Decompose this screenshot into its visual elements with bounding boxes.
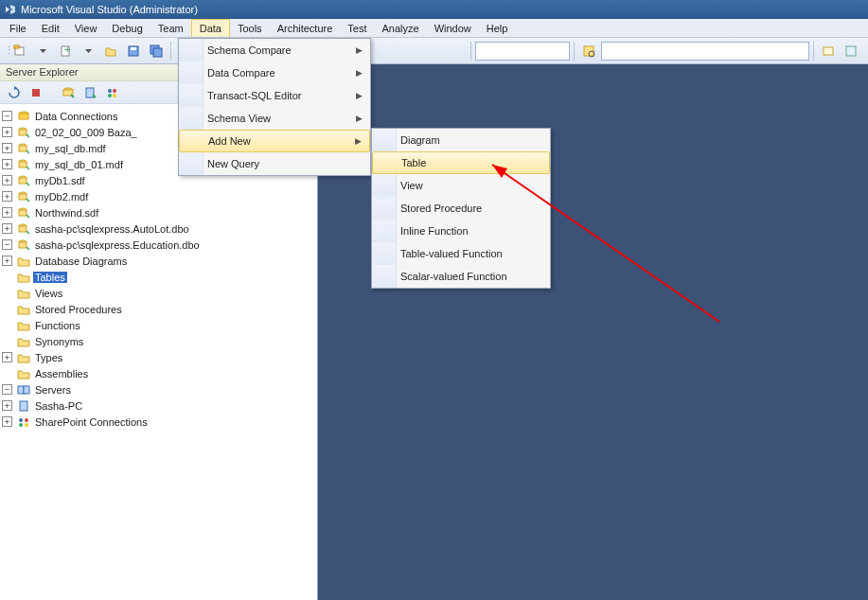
- misc-button-2[interactable]: [841, 41, 861, 62]
- server-explorer-tree[interactable]: −Data Connections +02_02_00_009 Baza_ +m…: [0, 104, 317, 600]
- tree-node-sharepoint[interactable]: +SharePoint Connections: [2, 414, 315, 430]
- submenu-table[interactable]: Table: [372, 151, 550, 174]
- refresh-button[interactable]: [4, 82, 25, 103]
- menu-file[interactable]: File: [2, 19, 34, 37]
- toolbar-dropdown-icon[interactable]: [78, 41, 98, 62]
- menu-data-compare[interactable]: Data Compare▶: [179, 62, 370, 84]
- servers-icon: [16, 383, 31, 397]
- svg-point-47: [19, 423, 23, 427]
- open-file-button[interactable]: [100, 41, 121, 62]
- stop-button[interactable]: [26, 82, 46, 103]
- db-icon: [16, 174, 31, 187]
- server-icon: [16, 399, 31, 413]
- tree-node-db[interactable]: +Northwind.sdf: [2, 204, 315, 221]
- svg-rect-29: [19, 146, 27, 151]
- tree-node-sprocs[interactable]: Stored Procedures: [2, 301, 315, 317]
- toolbar-separator: [813, 42, 814, 61]
- submenu-table-valued-function[interactable]: Table-valued Function: [372, 242, 550, 265]
- svg-rect-41: [19, 242, 27, 248]
- solution-config-combo[interactable]: [475, 42, 570, 61]
- svg-rect-31: [19, 162, 27, 168]
- tree-node-db[interactable]: +sasha-pc\sqlexpress.AutoLot.dbo: [2, 221, 315, 237]
- toolbar-separator: [574, 42, 575, 61]
- menu-edit[interactable]: Edit: [34, 19, 67, 37]
- db-icon: [16, 206, 31, 220]
- tree-node-functions[interactable]: Functions: [2, 317, 315, 333]
- save-button[interactable]: [123, 41, 144, 62]
- svg-rect-1: [14, 45, 19, 48]
- tree-node-dbdiagrams[interactable]: +Database Diagrams: [2, 253, 315, 269]
- svg-rect-33: [19, 178, 27, 184]
- svg-point-20: [108, 89, 112, 93]
- add-item-button[interactable]: +: [55, 41, 76, 62]
- submenu-scalar-valued-function[interactable]: Scalar-valued Function: [372, 265, 550, 288]
- menu-new-query[interactable]: New Query: [179, 152, 370, 175]
- menu-team[interactable]: Team: [151, 19, 191, 37]
- folder-icon: [16, 255, 31, 268]
- db-group-icon: [16, 110, 31, 123]
- data-menu-dropdown: Schema Compare▶ Data Compare▶ Transact-S…: [178, 38, 371, 176]
- misc-button-1[interactable]: [818, 41, 839, 62]
- menu-bar: File Edit View Debug Team Data Tools Arc…: [0, 19, 868, 38]
- svg-rect-39: [19, 226, 27, 232]
- svg-rect-43: [24, 386, 29, 394]
- tree-node-db[interactable]: +myDb2.mdf: [2, 188, 315, 204]
- tree-node-db[interactable]: −sasha-pc\sqlexpress.Education.dbo: [2, 237, 315, 253]
- menu-view[interactable]: View: [67, 19, 105, 37]
- menu-data[interactable]: Data: [191, 19, 230, 37]
- db-icon: [16, 158, 31, 171]
- submenu-arrow-icon: ▶: [356, 68, 363, 78]
- connect-sharepoint-button[interactable]: [101, 82, 122, 103]
- submenu-diagram[interactable]: Diagram: [372, 129, 550, 151]
- tree-node-synonyms[interactable]: Synonyms: [2, 333, 315, 349]
- menu-help[interactable]: Help: [479, 19, 516, 37]
- tree-node-assemblies[interactable]: Assemblies: [2, 365, 315, 381]
- folder-icon: [16, 319, 31, 332]
- svg-point-46: [25, 418, 28, 422]
- menu-tsql-editor[interactable]: Transact-SQL Editor▶: [179, 84, 370, 107]
- menu-analyze[interactable]: Analyze: [375, 19, 427, 37]
- toolbar-dropdown-icon[interactable]: [32, 41, 53, 62]
- submenu-view[interactable]: View: [372, 174, 550, 197]
- toolbar-separator: [470, 42, 471, 61]
- tree-node-server[interactable]: +Sasha-PC: [2, 397, 315, 414]
- menu-schema-compare[interactable]: Schema Compare▶: [179, 39, 370, 62]
- title-bar: Microsoft Visual Studio (Administrator): [0, 0, 868, 19]
- tree-node-servers[interactable]: −Servers: [2, 381, 315, 397]
- connect-server-button[interactable]: [80, 82, 100, 103]
- submenu-arrow-icon: ▶: [356, 45, 363, 55]
- svg-rect-14: [824, 47, 833, 55]
- find-button[interactable]: [578, 41, 599, 62]
- menu-architecture[interactable]: Architecture: [270, 19, 341, 37]
- save-all-button[interactable]: [146, 41, 167, 62]
- menu-add-new[interactable]: Add New▶: [179, 130, 370, 152]
- connect-db-button[interactable]: [58, 82, 79, 103]
- window-title: Microsoft Visual Studio (Administrator): [21, 4, 198, 15]
- menu-debug[interactable]: Debug: [104, 19, 150, 37]
- submenu-inline-function[interactable]: Inline Function: [372, 220, 550, 242]
- menu-window[interactable]: Window: [427, 19, 479, 37]
- svg-rect-19: [86, 88, 94, 97]
- svg-point-22: [108, 94, 112, 97]
- folder-icon: [16, 271, 31, 284]
- tree-node-views[interactable]: Views: [2, 285, 315, 301]
- menu-schema-view[interactable]: Schema View▶: [179, 107, 370, 130]
- tree-node-types[interactable]: +Types: [2, 349, 315, 365]
- db-icon: [16, 222, 31, 236]
- submenu-stored-procedure[interactable]: Stored Procedure: [372, 197, 550, 220]
- tree-node-tables[interactable]: Tables: [2, 269, 315, 285]
- folder-icon: [16, 287, 31, 300]
- svg-rect-16: [32, 89, 40, 97]
- menu-tools[interactable]: Tools: [230, 19, 270, 37]
- svg-rect-15: [846, 46, 856, 56]
- new-project-button[interactable]: [9, 41, 30, 62]
- svg-rect-27: [19, 130, 27, 135]
- vs-logo-icon: [4, 3, 17, 16]
- find-combo[interactable]: [601, 42, 809, 61]
- svg-rect-25: [19, 114, 28, 119]
- svg-rect-42: [18, 386, 24, 394]
- svg-point-21: [113, 89, 116, 93]
- menu-test[interactable]: Test: [340, 19, 374, 37]
- main-toolbar: ⋮ +: [0, 38, 868, 64]
- folder-icon: [16, 351, 31, 364]
